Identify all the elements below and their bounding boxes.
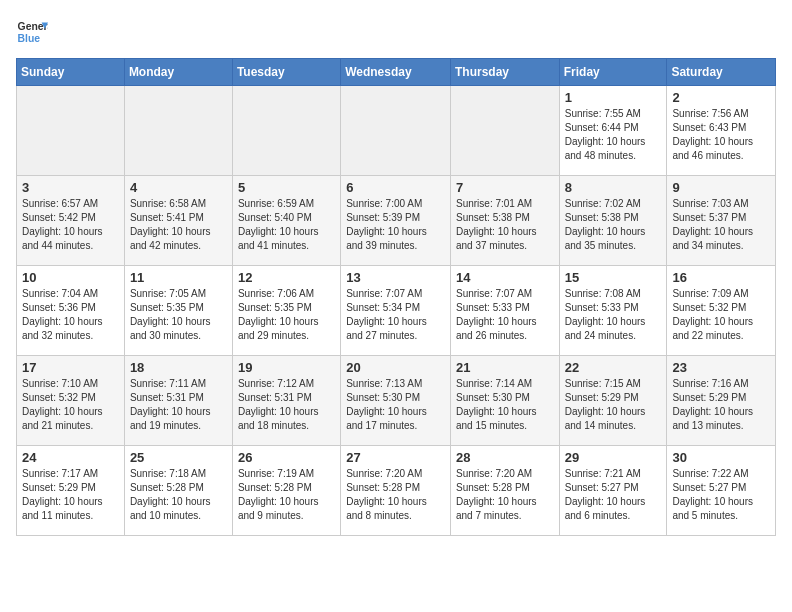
day-header-tuesday: Tuesday	[232, 59, 340, 86]
day-number: 24	[22, 450, 119, 465]
day-info: Sunrise: 7:15 AM Sunset: 5:29 PM Dayligh…	[565, 377, 662, 433]
day-header-sunday: Sunday	[17, 59, 125, 86]
day-info: Sunrise: 7:08 AM Sunset: 5:33 PM Dayligh…	[565, 287, 662, 343]
day-cell: 10Sunrise: 7:04 AM Sunset: 5:36 PM Dayli…	[17, 266, 125, 356]
day-number: 3	[22, 180, 119, 195]
day-info: Sunrise: 7:13 AM Sunset: 5:30 PM Dayligh…	[346, 377, 445, 433]
day-cell: 2Sunrise: 7:56 AM Sunset: 6:43 PM Daylig…	[667, 86, 776, 176]
day-cell: 15Sunrise: 7:08 AM Sunset: 5:33 PM Dayli…	[559, 266, 667, 356]
day-number: 6	[346, 180, 445, 195]
day-number: 23	[672, 360, 770, 375]
day-number: 16	[672, 270, 770, 285]
day-number: 15	[565, 270, 662, 285]
day-info: Sunrise: 6:59 AM Sunset: 5:40 PM Dayligh…	[238, 197, 335, 253]
day-info: Sunrise: 7:16 AM Sunset: 5:29 PM Dayligh…	[672, 377, 770, 433]
day-cell: 7Sunrise: 7:01 AM Sunset: 5:38 PM Daylig…	[450, 176, 559, 266]
day-cell: 25Sunrise: 7:18 AM Sunset: 5:28 PM Dayli…	[124, 446, 232, 536]
day-header-wednesday: Wednesday	[341, 59, 451, 86]
day-info: Sunrise: 7:10 AM Sunset: 5:32 PM Dayligh…	[22, 377, 119, 433]
day-number: 27	[346, 450, 445, 465]
day-cell: 14Sunrise: 7:07 AM Sunset: 5:33 PM Dayli…	[450, 266, 559, 356]
logo: General Blue	[16, 16, 48, 48]
day-cell: 13Sunrise: 7:07 AM Sunset: 5:34 PM Dayli…	[341, 266, 451, 356]
day-cell: 28Sunrise: 7:20 AM Sunset: 5:28 PM Dayli…	[450, 446, 559, 536]
day-cell: 3Sunrise: 6:57 AM Sunset: 5:42 PM Daylig…	[17, 176, 125, 266]
day-number: 7	[456, 180, 554, 195]
day-number: 30	[672, 450, 770, 465]
day-cell: 20Sunrise: 7:13 AM Sunset: 5:30 PM Dayli…	[341, 356, 451, 446]
day-header-thursday: Thursday	[450, 59, 559, 86]
day-number: 1	[565, 90, 662, 105]
day-cell: 23Sunrise: 7:16 AM Sunset: 5:29 PM Dayli…	[667, 356, 776, 446]
day-header-saturday: Saturday	[667, 59, 776, 86]
day-number: 13	[346, 270, 445, 285]
day-cell: 1Sunrise: 7:55 AM Sunset: 6:44 PM Daylig…	[559, 86, 667, 176]
day-cell: 30Sunrise: 7:22 AM Sunset: 5:27 PM Dayli…	[667, 446, 776, 536]
page-header: General Blue	[16, 16, 776, 48]
day-cell: 21Sunrise: 7:14 AM Sunset: 5:30 PM Dayli…	[450, 356, 559, 446]
svg-text:Blue: Blue	[18, 33, 41, 44]
day-number: 20	[346, 360, 445, 375]
day-info: Sunrise: 7:12 AM Sunset: 5:31 PM Dayligh…	[238, 377, 335, 433]
day-cell: 6Sunrise: 7:00 AM Sunset: 5:39 PM Daylig…	[341, 176, 451, 266]
day-cell: 16Sunrise: 7:09 AM Sunset: 5:32 PM Dayli…	[667, 266, 776, 356]
day-number: 29	[565, 450, 662, 465]
day-info: Sunrise: 7:21 AM Sunset: 5:27 PM Dayligh…	[565, 467, 662, 523]
day-number: 19	[238, 360, 335, 375]
day-cell	[232, 86, 340, 176]
logo-icon: General Blue	[16, 16, 48, 48]
day-number: 17	[22, 360, 119, 375]
day-info: Sunrise: 7:18 AM Sunset: 5:28 PM Dayligh…	[130, 467, 227, 523]
day-number: 26	[238, 450, 335, 465]
day-info: Sunrise: 7:14 AM Sunset: 5:30 PM Dayligh…	[456, 377, 554, 433]
day-header-monday: Monday	[124, 59, 232, 86]
week-row-1: 1Sunrise: 7:55 AM Sunset: 6:44 PM Daylig…	[17, 86, 776, 176]
day-number: 9	[672, 180, 770, 195]
day-cell	[450, 86, 559, 176]
day-number: 25	[130, 450, 227, 465]
day-cell: 17Sunrise: 7:10 AM Sunset: 5:32 PM Dayli…	[17, 356, 125, 446]
day-number: 11	[130, 270, 227, 285]
week-row-2: 3Sunrise: 6:57 AM Sunset: 5:42 PM Daylig…	[17, 176, 776, 266]
day-cell: 8Sunrise: 7:02 AM Sunset: 5:38 PM Daylig…	[559, 176, 667, 266]
day-cell	[17, 86, 125, 176]
day-info: Sunrise: 7:19 AM Sunset: 5:28 PM Dayligh…	[238, 467, 335, 523]
day-info: Sunrise: 7:22 AM Sunset: 5:27 PM Dayligh…	[672, 467, 770, 523]
day-number: 18	[130, 360, 227, 375]
day-cell: 29Sunrise: 7:21 AM Sunset: 5:27 PM Dayli…	[559, 446, 667, 536]
day-cell: 18Sunrise: 7:11 AM Sunset: 5:31 PM Dayli…	[124, 356, 232, 446]
calendar-header-row: SundayMondayTuesdayWednesdayThursdayFrid…	[17, 59, 776, 86]
day-info: Sunrise: 7:20 AM Sunset: 5:28 PM Dayligh…	[456, 467, 554, 523]
day-cell: 22Sunrise: 7:15 AM Sunset: 5:29 PM Dayli…	[559, 356, 667, 446]
day-cell: 27Sunrise: 7:20 AM Sunset: 5:28 PM Dayli…	[341, 446, 451, 536]
day-cell: 19Sunrise: 7:12 AM Sunset: 5:31 PM Dayli…	[232, 356, 340, 446]
day-info: Sunrise: 7:20 AM Sunset: 5:28 PM Dayligh…	[346, 467, 445, 523]
day-info: Sunrise: 6:57 AM Sunset: 5:42 PM Dayligh…	[22, 197, 119, 253]
day-number: 22	[565, 360, 662, 375]
day-header-friday: Friday	[559, 59, 667, 86]
day-info: Sunrise: 7:02 AM Sunset: 5:38 PM Dayligh…	[565, 197, 662, 253]
day-info: Sunrise: 7:00 AM Sunset: 5:39 PM Dayligh…	[346, 197, 445, 253]
day-number: 5	[238, 180, 335, 195]
day-cell: 24Sunrise: 7:17 AM Sunset: 5:29 PM Dayli…	[17, 446, 125, 536]
calendar-body: 1Sunrise: 7:55 AM Sunset: 6:44 PM Daylig…	[17, 86, 776, 536]
day-info: Sunrise: 6:58 AM Sunset: 5:41 PM Dayligh…	[130, 197, 227, 253]
day-cell	[341, 86, 451, 176]
day-info: Sunrise: 7:04 AM Sunset: 5:36 PM Dayligh…	[22, 287, 119, 343]
day-info: Sunrise: 7:03 AM Sunset: 5:37 PM Dayligh…	[672, 197, 770, 253]
day-info: Sunrise: 7:17 AM Sunset: 5:29 PM Dayligh…	[22, 467, 119, 523]
day-info: Sunrise: 7:05 AM Sunset: 5:35 PM Dayligh…	[130, 287, 227, 343]
day-info: Sunrise: 7:07 AM Sunset: 5:34 PM Dayligh…	[346, 287, 445, 343]
day-cell: 4Sunrise: 6:58 AM Sunset: 5:41 PM Daylig…	[124, 176, 232, 266]
day-number: 2	[672, 90, 770, 105]
day-cell: 5Sunrise: 6:59 AM Sunset: 5:40 PM Daylig…	[232, 176, 340, 266]
day-number: 21	[456, 360, 554, 375]
day-number: 12	[238, 270, 335, 285]
day-cell: 26Sunrise: 7:19 AM Sunset: 5:28 PM Dayli…	[232, 446, 340, 536]
day-info: Sunrise: 7:55 AM Sunset: 6:44 PM Dayligh…	[565, 107, 662, 163]
day-info: Sunrise: 7:09 AM Sunset: 5:32 PM Dayligh…	[672, 287, 770, 343]
calendar-table: SundayMondayTuesdayWednesdayThursdayFrid…	[16, 58, 776, 536]
day-info: Sunrise: 7:56 AM Sunset: 6:43 PM Dayligh…	[672, 107, 770, 163]
day-cell: 9Sunrise: 7:03 AM Sunset: 5:37 PM Daylig…	[667, 176, 776, 266]
week-row-3: 10Sunrise: 7:04 AM Sunset: 5:36 PM Dayli…	[17, 266, 776, 356]
